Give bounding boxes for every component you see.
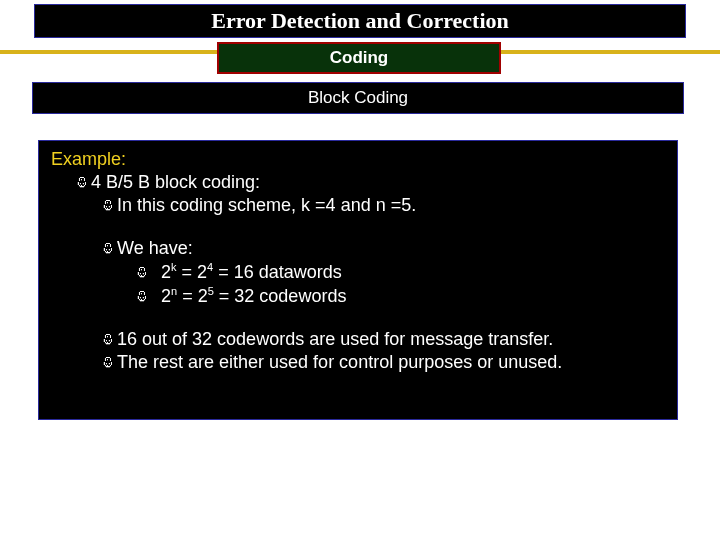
- text: The rest are either used for control pur…: [117, 352, 562, 372]
- t: = 16 datawords: [213, 262, 342, 282]
- bullet-icon: ߷: [103, 352, 112, 372]
- line-wehave: ߷ We have:: [51, 238, 665, 259]
- accent-strip-left: [0, 50, 218, 54]
- bullet-icon: ߷: [137, 262, 146, 282]
- line-message-transfer: ߷ 16 out of 32 codewords are used for me…: [51, 329, 665, 350]
- bullet-icon: ߷: [77, 172, 86, 192]
- section-heading: Block Coding: [32, 82, 684, 114]
- text: 16 out of 32 codewords are used for mess…: [117, 329, 553, 349]
- slide: Error Detection and Correction Coding Bl…: [0, 0, 720, 540]
- text: 4 B/5 B block coding:: [91, 172, 260, 192]
- t: = 2: [177, 286, 208, 306]
- t: = 32 codewords: [214, 286, 347, 306]
- line-codewords: ߷ 2n = 25 = 32 codewords: [51, 285, 665, 307]
- accent-strip-right: [498, 50, 720, 54]
- t: 2: [161, 262, 171, 282]
- bullet-icon: ߷: [103, 238, 112, 258]
- line-scheme: ߷ In this coding scheme, k =4 and n =5.: [51, 195, 665, 216]
- bullet-icon: ߷: [137, 286, 146, 306]
- t: = 2: [177, 262, 208, 282]
- line-datawords: ߷ 2k = 24 = 16 datawords: [51, 261, 665, 283]
- content-panel: Example: ߷ 4 B/5 B block coding: ߷ In th…: [38, 140, 678, 420]
- text: We have:: [117, 238, 193, 258]
- bullet-4b5b: ߷ 4 B/5 B block coding:: [51, 172, 665, 193]
- bullet-icon: ߷: [103, 195, 112, 215]
- t: 2: [161, 286, 171, 306]
- subtitle-box: Coding: [217, 42, 501, 74]
- page-title: Error Detection and Correction: [34, 4, 686, 38]
- example-label: Example:: [51, 149, 665, 170]
- text: In this coding scheme, k =4 and n =5.: [117, 195, 416, 215]
- bullet-icon: ߷: [103, 329, 112, 349]
- line-rest: ߷ The rest are either used for control p…: [51, 352, 665, 373]
